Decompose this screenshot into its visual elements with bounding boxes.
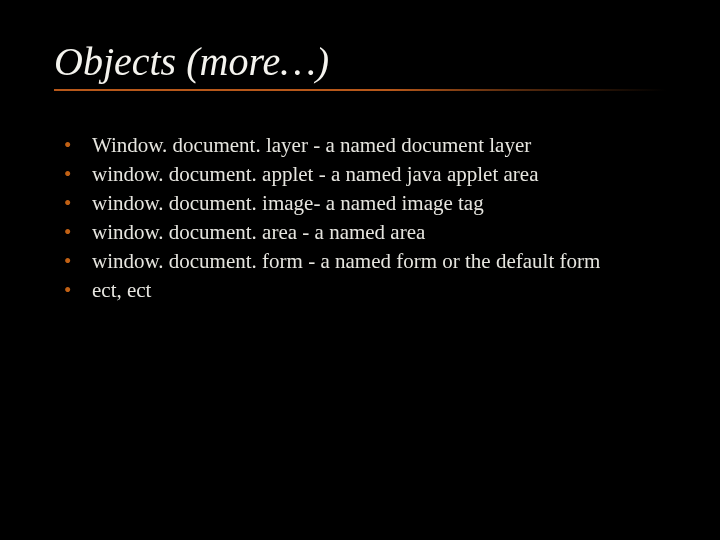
slide: Objects (more…) Window. document. layer … [0,0,720,540]
list-item: window. document. applet - a named java … [64,160,666,189]
list-item: ect, ect [64,276,666,305]
slide-title: Objects (more…) [54,38,666,85]
list-item: window. document. form - a named form or… [64,247,666,276]
bullet-list: Window. document. layer - a named docume… [54,131,666,305]
list-item: Window. document. layer - a named docume… [64,131,666,160]
list-item: window. document. image- a named image t… [64,189,666,218]
title-underline [54,89,666,91]
list-item: window. document. area - a named area [64,218,666,247]
